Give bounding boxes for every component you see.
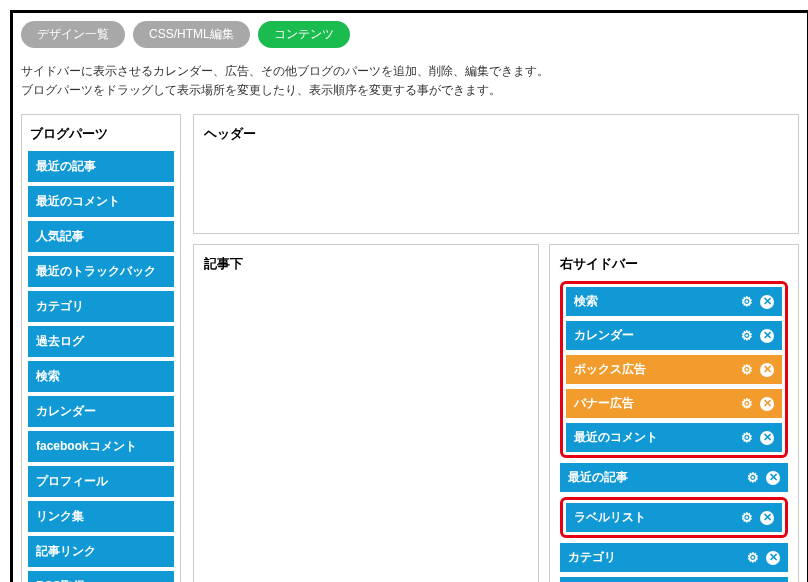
zone-below-article-title: 記事下 (204, 255, 528, 273)
palette-item[interactable]: 最近のコメント (28, 186, 174, 217)
gear-icon[interactable] (740, 329, 754, 343)
close-icon[interactable]: ✕ (766, 551, 780, 565)
palette-item[interactable]: カテゴリ (28, 291, 174, 322)
tab-contents[interactable]: コンテンツ (258, 21, 350, 48)
placed-item[interactable]: バナー広告✕ (566, 389, 782, 418)
palette-item[interactable]: 検索 (28, 361, 174, 392)
palette-item[interactable]: プロフィール (28, 466, 174, 497)
placed-item[interactable]: 最近のコメント✕ (566, 423, 782, 452)
placed-item-label: ラベルリスト (574, 509, 646, 526)
placed-item[interactable]: 検索✕ (566, 287, 782, 316)
palette-item[interactable]: カレンダー (28, 396, 174, 427)
placed-item-label: 最近の記事 (568, 469, 628, 486)
placed-item[interactable]: ラベルリスト✕ (566, 503, 782, 532)
tab-csshtml[interactable]: CSS/HTML編集 (133, 21, 250, 48)
gear-icon[interactable] (740, 295, 754, 309)
zones-bottom: 記事下 右サイドバー 検索✕カレンダー✕ボックス広告✕バナー広告✕最近のコメント… (193, 244, 799, 582)
palette-item[interactable]: 人気記事 (28, 221, 174, 252)
placed-item-actions: ✕ (740, 397, 774, 411)
palette-item[interactable]: 過去ログ (28, 326, 174, 357)
app-frame: デザイン一覧 CSS/HTML編集 コンテンツ サイドバーに表示させるカレンダー… (10, 10, 808, 582)
zone-below-article[interactable]: 記事下 (193, 244, 539, 582)
description: サイドバーに表示させるカレンダー、広告、その他ブログのパーツを追加、削除、編集で… (21, 62, 799, 100)
palette-item[interactable]: 最近のトラックバック (28, 256, 174, 287)
drop-zones: ヘッダー 記事下 右サイドバー 検索✕カレンダー✕ボックス広告✕バナー広告✕最近… (193, 114, 799, 582)
tab-design[interactable]: デザイン一覧 (21, 21, 125, 48)
placed-item[interactable]: ボックス広告✕ (566, 355, 782, 384)
close-icon[interactable]: ✕ (760, 363, 774, 377)
zone-right-sidebar-title: 右サイドバー (560, 255, 788, 273)
palette-item[interactable]: facebookコメント (28, 431, 174, 462)
highlight-group: ラベルリスト✕ (560, 497, 788, 538)
gear-icon[interactable] (746, 551, 760, 565)
palette-item[interactable]: 最近の記事 (28, 151, 174, 182)
placed-item-label: カレンダー (574, 327, 634, 344)
description-line1: サイドバーに表示させるカレンダー、広告、その他ブログのパーツを追加、削除、編集で… (21, 62, 799, 81)
close-icon[interactable]: ✕ (766, 471, 780, 485)
zone-header[interactable]: ヘッダー (193, 114, 799, 234)
placed-item-actions: ✕ (740, 329, 774, 343)
gear-icon[interactable] (740, 511, 754, 525)
placed-item-label: 検索 (574, 293, 598, 310)
zone-right-sidebar[interactable]: 右サイドバー 検索✕カレンダー✕ボックス広告✕バナー広告✕最近のコメント✕最近の… (549, 244, 799, 582)
placed-item[interactable]: カテゴリ✕ (560, 543, 788, 572)
close-icon[interactable]: ✕ (760, 431, 774, 445)
palette-item[interactable]: RSS取得 (28, 571, 174, 582)
tab-bar: デザイン一覧 CSS/HTML編集 コンテンツ (21, 21, 799, 48)
zone-header-title: ヘッダー (204, 125, 788, 143)
palette-item[interactable]: リンク集 (28, 501, 174, 532)
placed-item-label: バナー広告 (574, 395, 634, 412)
placed-item-actions: ✕ (746, 551, 780, 565)
parts-palette-title: ブログパーツ (28, 121, 174, 151)
description-line2: ブログパーツをドラッグして表示場所を変更したり、表示順序を変更する事ができます。 (21, 81, 799, 100)
placed-item-actions: ✕ (740, 511, 774, 525)
placed-item[interactable]: 過去ログ✕ (560, 577, 788, 582)
highlight-group: 検索✕カレンダー✕ボックス広告✕バナー広告✕最近のコメント✕ (560, 281, 788, 458)
placed-item-actions: ✕ (740, 295, 774, 309)
gear-icon[interactable] (740, 397, 754, 411)
placed-item-label: ボックス広告 (574, 361, 646, 378)
placed-item-actions: ✕ (746, 471, 780, 485)
parts-palette: ブログパーツ 最近の記事最近のコメント人気記事最近のトラックバックカテゴリ過去ロ… (21, 114, 181, 582)
palette-item[interactable]: 記事リンク (28, 536, 174, 567)
placed-item-label: 最近のコメント (574, 429, 658, 446)
gear-icon[interactable] (746, 471, 760, 485)
placed-item[interactable]: 最近の記事✕ (560, 463, 788, 492)
gear-icon[interactable] (740, 363, 754, 377)
gear-icon[interactable] (740, 431, 754, 445)
main-layout: ブログパーツ 最近の記事最近のコメント人気記事最近のトラックバックカテゴリ過去ロ… (21, 114, 799, 582)
close-icon[interactable]: ✕ (760, 295, 774, 309)
close-icon[interactable]: ✕ (760, 397, 774, 411)
placed-item-actions: ✕ (740, 431, 774, 445)
close-icon[interactable]: ✕ (760, 329, 774, 343)
placed-item-actions: ✕ (740, 363, 774, 377)
placed-item-label: カテゴリ (568, 549, 616, 566)
placed-item[interactable]: カレンダー✕ (566, 321, 782, 350)
close-icon[interactable]: ✕ (760, 511, 774, 525)
